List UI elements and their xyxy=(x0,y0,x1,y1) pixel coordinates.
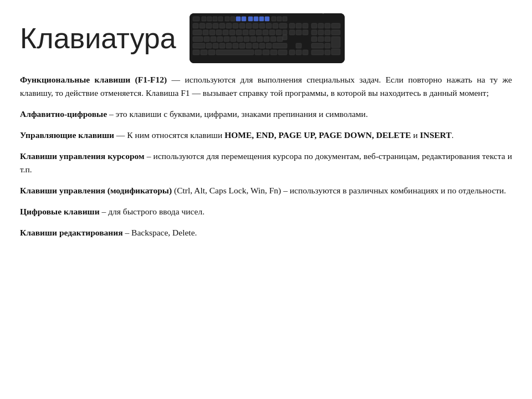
page-title: Клавиатура xyxy=(20,24,176,53)
p6-bold: Цифровые клавиши xyxy=(20,207,100,216)
svg-rect-59 xyxy=(237,37,243,42)
svg-rect-69 xyxy=(219,43,225,48)
svg-rect-13 xyxy=(259,17,264,21)
paragraph-2: Алфавитно-цифровые – это клавиши с буква… xyxy=(20,108,512,121)
p3-bold: Управляющие клавиши xyxy=(20,130,114,140)
svg-rect-34 xyxy=(303,23,308,28)
svg-rect-71 xyxy=(233,43,238,48)
svg-rect-40 xyxy=(229,30,235,35)
svg-rect-93 xyxy=(331,23,340,28)
svg-rect-39 xyxy=(223,30,228,35)
svg-rect-31 xyxy=(279,23,287,28)
svg-rect-75 xyxy=(259,43,265,48)
svg-rect-62 xyxy=(257,37,263,42)
p3-text3: . xyxy=(452,130,454,140)
svg-rect-41 xyxy=(236,30,242,35)
page: Клавиатура xyxy=(0,0,532,399)
svg-rect-2 xyxy=(193,17,200,21)
svg-rect-81 xyxy=(208,50,215,55)
svg-rect-35 xyxy=(193,30,202,35)
svg-rect-105 xyxy=(325,50,330,55)
svg-rect-57 xyxy=(224,37,229,42)
svg-rect-44 xyxy=(256,30,262,35)
p5-bold: Клавиши управления (модификаторы) xyxy=(20,186,172,195)
svg-rect-88 xyxy=(296,50,301,55)
svg-rect-33 xyxy=(296,23,301,28)
svg-rect-48 xyxy=(283,30,287,35)
svg-rect-25 xyxy=(239,23,245,28)
svg-rect-49 xyxy=(283,35,287,40)
svg-rect-72 xyxy=(239,43,245,48)
svg-rect-82 xyxy=(216,50,254,55)
p6-text: – для быстрого ввода чисел. xyxy=(100,207,205,216)
svg-rect-37 xyxy=(209,30,215,35)
svg-rect-95 xyxy=(318,30,324,35)
svg-rect-92 xyxy=(325,23,330,28)
svg-rect-47 xyxy=(276,30,282,35)
svg-rect-15 xyxy=(272,17,276,21)
svg-rect-70 xyxy=(226,43,232,48)
svg-rect-97 xyxy=(331,30,340,35)
svg-rect-14 xyxy=(265,17,269,21)
keyboard-image xyxy=(190,13,345,63)
svg-rect-85 xyxy=(270,50,277,55)
svg-rect-104 xyxy=(311,50,324,55)
p2-text: – это клавиши с буквами, цифрами, знакам… xyxy=(107,109,368,119)
svg-rect-74 xyxy=(253,43,258,48)
svg-rect-7 xyxy=(225,17,229,21)
svg-rect-66 xyxy=(193,43,205,48)
svg-rect-32 xyxy=(289,23,295,28)
svg-rect-100 xyxy=(325,37,330,42)
paragraph-5: Клавиши управления (модификаторы) (Ctrl,… xyxy=(20,184,512,197)
svg-rect-11 xyxy=(248,17,253,21)
p7-bold: Клавиши редактирования xyxy=(20,228,123,237)
header-row: Клавиатура xyxy=(20,13,512,63)
svg-rect-21 xyxy=(213,23,218,28)
svg-rect-29 xyxy=(266,23,272,28)
svg-rect-6 xyxy=(218,17,223,21)
svg-rect-73 xyxy=(246,43,252,48)
svg-rect-65 xyxy=(277,37,283,42)
svg-rect-68 xyxy=(213,43,218,48)
p2-bold: Алфавитно-цифровые xyxy=(20,109,107,119)
svg-rect-60 xyxy=(244,37,249,42)
svg-rect-55 xyxy=(211,37,216,42)
svg-rect-63 xyxy=(264,37,269,42)
svg-rect-80 xyxy=(201,50,207,55)
svg-rect-42 xyxy=(243,30,248,35)
svg-rect-99 xyxy=(318,37,324,42)
svg-rect-19 xyxy=(200,23,205,28)
paragraph-7: Клавиши редактирования – Backspace, Dele… xyxy=(20,226,512,239)
svg-rect-43 xyxy=(249,30,255,35)
svg-rect-20 xyxy=(206,23,212,28)
svg-rect-38 xyxy=(216,30,222,35)
p3-bold3: INSERT xyxy=(420,130,452,140)
svg-rect-103 xyxy=(325,43,330,48)
svg-rect-83 xyxy=(255,50,262,55)
svg-rect-30 xyxy=(273,23,278,28)
svg-rect-52 xyxy=(303,30,308,35)
svg-rect-78 xyxy=(296,43,301,48)
svg-rect-27 xyxy=(253,23,258,28)
svg-rect-28 xyxy=(259,23,265,28)
paragraph-4: Клавиши управления курсором – используют… xyxy=(20,150,512,176)
paragraph-1: Функциональные клавиши (F1-F12) — исполь… xyxy=(20,73,512,100)
svg-rect-94 xyxy=(311,30,317,35)
svg-rect-101 xyxy=(331,37,340,48)
svg-rect-102 xyxy=(311,43,324,48)
paragraph-3: Управляющие клавиши — К ним относятся кл… xyxy=(20,129,512,142)
svg-rect-9 xyxy=(236,17,241,21)
svg-rect-56 xyxy=(217,37,223,42)
p3-text2: и xyxy=(411,130,420,140)
p4-bold: Клавиши управления курсором xyxy=(20,151,145,161)
svg-rect-17 xyxy=(283,17,287,21)
svg-rect-96 xyxy=(325,30,330,35)
svg-rect-10 xyxy=(242,17,246,21)
svg-rect-4 xyxy=(207,17,212,21)
svg-rect-91 xyxy=(318,23,324,28)
paragraph-6: Цифровые клавиши – для быстрого ввода чи… xyxy=(20,205,512,218)
svg-rect-12 xyxy=(254,17,258,21)
svg-rect-26 xyxy=(246,23,252,28)
svg-rect-86 xyxy=(278,50,287,55)
svg-rect-23 xyxy=(226,23,232,28)
